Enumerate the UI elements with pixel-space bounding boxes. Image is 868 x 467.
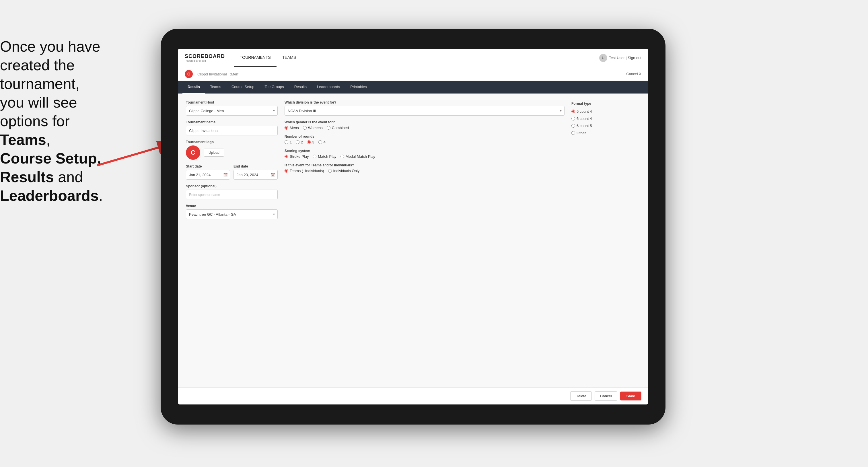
team-individual-group: Is this event for Teams and/or Individua… <box>284 163 564 173</box>
rounds-3-label: 3 <box>312 140 314 144</box>
scoring-stroke-radio[interactable] <box>284 155 288 158</box>
gender-combined-option[interactable]: Combined <box>327 126 349 130</box>
rounds-1-radio[interactable] <box>284 140 288 144</box>
rounds-radio-group: 1 2 3 4 <box>284 140 564 144</box>
scoring-medal-match-radio[interactable] <box>340 155 344 158</box>
rounds-4-radio[interactable] <box>318 140 322 144</box>
tablet-screen: SCOREBOARD Powered by clippd TOURNAMENTS… <box>178 49 648 404</box>
logo-preview: C <box>186 146 200 160</box>
save-button[interactable]: Save <box>620 392 641 400</box>
division-label: Which division is the event for? <box>284 100 564 104</box>
tournament-logo-circle: C <box>185 70 193 78</box>
tournament-host-label: Tournament Host <box>186 100 278 104</box>
tab-leaderboards[interactable]: Leaderboards <box>312 81 345 94</box>
annotation-text: Once you have created the tournament, yo… <box>0 37 123 205</box>
rounds-4-option[interactable]: 4 <box>318 140 326 144</box>
team-plus-individuals-label: Teams (+Individuals) <box>290 169 324 173</box>
format-5count4-option[interactable]: 5 count 4 <box>571 109 640 114</box>
format-other-option[interactable]: Other <box>571 131 640 135</box>
division-select[interactable]: NCAA Division III <box>284 106 564 116</box>
delete-button[interactable]: Delete <box>570 391 592 401</box>
format-6count4-label: 6 count 4 <box>577 117 592 121</box>
format-6count5-option[interactable]: 6 count 5 <box>571 124 640 128</box>
tournament-name-input[interactable] <box>186 126 278 135</box>
sub-tabs-bar: Details Teams Course Setup Tee Groups Re… <box>178 81 648 94</box>
sponsor-label: Sponsor (optional) <box>186 184 278 188</box>
gender-combined-radio[interactable] <box>327 126 331 130</box>
scoring-medal-match-label: Medal Match Play <box>346 154 375 159</box>
gender-womens-radio[interactable] <box>303 126 307 130</box>
team-radio-group: Teams (+Individuals) Individuals Only <box>284 169 564 173</box>
tournament-title: Clippd Invitational (Men) <box>196 71 240 76</box>
gender-label: Which gender is the event for? <box>284 120 564 124</box>
tab-results[interactable]: Results <box>289 81 312 94</box>
logo-area: SCOREBOARD Powered by clippd <box>185 53 225 62</box>
tab-teams[interactable]: Teams <box>205 81 226 94</box>
col-right: Format type 5 count 4 6 count 4 <box>571 100 640 380</box>
scoring-match-radio[interactable] <box>313 155 316 158</box>
nav-teams[interactable]: TEAMS <box>277 49 302 67</box>
app-logo: SCOREBOARD <box>185 53 225 59</box>
team-plus-individuals-option[interactable]: Teams (+Individuals) <box>284 169 324 173</box>
team-plus-individuals-radio[interactable] <box>284 169 288 173</box>
tab-printables[interactable]: Printables <box>345 81 372 94</box>
venue-select[interactable]: Peachtree GC - Atlanta - GA <box>186 209 278 219</box>
venue-group: Venue Peachtree GC - Atlanta - GA <box>186 204 278 219</box>
start-date-group: Start date 📅 <box>186 164 230 180</box>
individuals-only-radio[interactable] <box>328 169 332 173</box>
format-type-group: Format type 5 count 4 6 count 4 <box>571 101 640 135</box>
start-date-input[interactable] <box>186 170 230 180</box>
tournament-host-select[interactable]: Clippd College - Men <box>186 106 278 116</box>
tournament-logo-label: Tournament logo <box>186 140 278 144</box>
sponsor-input[interactable] <box>186 190 278 199</box>
scoring-stroke-label: Stroke Play <box>290 154 309 159</box>
nav-tournaments[interactable]: TOURNAMENTS <box>234 49 277 67</box>
nav-links: TOURNAMENTS TEAMS <box>234 49 599 67</box>
scoring-match-option[interactable]: Match Play <box>313 154 336 159</box>
action-bar: Delete Cancel Save <box>178 387 648 404</box>
division-group: Which division is the event for? NCAA Di… <box>284 100 564 116</box>
individuals-only-option[interactable]: Individuals Only <box>328 169 360 173</box>
tab-course-setup[interactable]: Course Setup <box>226 81 259 94</box>
format-6count4-radio[interactable] <box>571 117 575 121</box>
scoring-stroke-option[interactable]: Stroke Play <box>284 154 309 159</box>
rounds-3-radio[interactable] <box>307 140 311 144</box>
gender-mens-radio[interactable] <box>284 126 288 130</box>
end-date-input[interactable] <box>234 170 278 180</box>
logo-subtitle: Powered by clippd <box>185 59 225 62</box>
format-6count5-label: 6 count 5 <box>577 124 592 128</box>
col-middle: Which division is the event for? NCAA Di… <box>284 100 564 380</box>
scoring-radio-group: Stroke Play Match Play Medal Match Play <box>284 154 564 159</box>
format-6count4-option[interactable]: 6 count 4 <box>571 117 640 121</box>
rounds-2-option[interactable]: 2 <box>296 140 303 144</box>
format-other-label: Other <box>577 131 586 135</box>
format-other-radio[interactable] <box>571 131 575 135</box>
rounds-3-option[interactable]: 3 <box>307 140 314 144</box>
venue-label: Venue <box>186 204 278 208</box>
tournament-name-group: Tournament name <box>186 120 278 135</box>
col-left: Tournament Host Clippd College - Men Tou… <box>186 100 278 380</box>
form-area: Tournament Host Clippd College - Men Tou… <box>178 94 648 387</box>
gender-womens-option[interactable]: Womens <box>303 126 323 130</box>
rounds-2-radio[interactable] <box>296 140 300 144</box>
cancel-top-button[interactable]: Cancel X <box>626 72 641 76</box>
gender-mens-option[interactable]: Mens <box>284 126 299 130</box>
user-area: U Test User | Sign out <box>599 54 641 62</box>
main-content: Tournament Host Clippd College - Men Tou… <box>178 94 648 387</box>
rounds-group: Number of rounds 1 2 <box>284 134 564 144</box>
format-6count5-radio[interactable] <box>571 124 575 128</box>
tab-details[interactable]: Details <box>182 81 205 94</box>
gender-combined-label: Combined <box>332 126 349 130</box>
end-date-label: End date <box>234 164 278 168</box>
upload-button[interactable]: Upload <box>204 149 224 157</box>
date-row: Start date 📅 End date 📅 <box>186 164 278 180</box>
gender-radio-group: Mens Womens Combined <box>284 126 564 130</box>
tab-tee-groups[interactable]: Tee Groups <box>259 81 289 94</box>
end-date-group: End date 📅 <box>234 164 278 180</box>
rounds-1-option[interactable]: 1 <box>284 140 292 144</box>
top-nav: SCOREBOARD Powered by clippd TOURNAMENTS… <box>178 49 648 67</box>
cancel-button[interactable]: Cancel <box>595 391 617 401</box>
user-label[interactable]: Test User | Sign out <box>609 56 641 60</box>
format-5count4-radio[interactable] <box>571 110 575 113</box>
scoring-medal-match-option[interactable]: Medal Match Play <box>340 154 375 159</box>
